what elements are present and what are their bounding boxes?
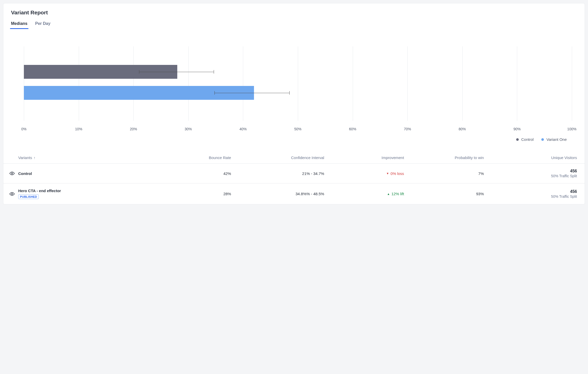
- improvement-text: 0% loss: [390, 171, 404, 176]
- x-tick: 80%: [459, 127, 466, 131]
- x-tick: 60%: [349, 127, 356, 131]
- x-tick: 100%: [567, 127, 576, 131]
- x-axis: 0% 10% 20% 30% 40% 50% 60% 70% 80% 90% 1…: [11, 127, 577, 132]
- gridline: [353, 46, 353, 121]
- triangle-down-icon: ▼: [386, 172, 389, 175]
- errorbar-variant: [214, 93, 290, 93]
- gridline: [572, 46, 572, 121]
- chart-area: 0% 10% 20% 30% 40% 50% 60% 70% 80% 90% 1…: [3, 28, 585, 142]
- legend-control: Control: [516, 137, 534, 142]
- gridline: [188, 46, 189, 121]
- svg-point-1: [12, 193, 13, 194]
- legend-label: Control: [521, 137, 534, 142]
- table-row: Hero CTA - end effector PUBLISHED 28% 34…: [3, 183, 585, 204]
- tabs: Medians Per Day: [11, 21, 577, 28]
- visitors-cell: 456 50% Traffic Split: [484, 169, 577, 178]
- column-improvement[interactable]: Improvement: [324, 155, 404, 160]
- x-tick: 30%: [185, 127, 192, 131]
- variant-report-panel: Variant Report Medians Per Day: [3, 3, 585, 204]
- page-title: Variant Report: [11, 9, 577, 16]
- gridline: [24, 46, 24, 121]
- prob-value: 93%: [404, 192, 484, 196]
- published-badge: PUBLISHED: [18, 194, 39, 199]
- sort-ascending-icon: ↑: [34, 156, 35, 160]
- gridline: [79, 46, 79, 121]
- svg-point-0: [12, 173, 13, 174]
- visitors-count: 456: [484, 169, 577, 173]
- errorbar-control: [139, 72, 214, 72]
- x-tick: 10%: [75, 127, 82, 131]
- gridline: [517, 46, 517, 121]
- improvement-value: ▼ 0% loss: [324, 171, 404, 176]
- tab-medians[interactable]: Medians: [11, 21, 27, 28]
- chart-plot: [24, 46, 572, 121]
- bounce-value: 42%: [164, 171, 231, 176]
- x-tick: 70%: [404, 127, 411, 131]
- x-tick: 40%: [239, 127, 247, 131]
- column-label: Variants: [18, 155, 32, 160]
- gridline: [133, 46, 134, 121]
- legend-variant: Variant One: [541, 137, 567, 142]
- bounce-value: 28%: [164, 192, 231, 196]
- visibility-icon[interactable]: [9, 171, 15, 176]
- gridline: [243, 46, 243, 121]
- visitors-cell: 456 50% Traffic Split: [484, 189, 577, 199]
- table-row: Control 42% 21% - 34.7% ▼ 0% loss 7% 456…: [3, 164, 585, 183]
- panel-header: Variant Report Medians Per Day: [3, 8, 585, 28]
- gridline: [298, 46, 298, 121]
- variant-name: Hero CTA - end effector: [18, 189, 164, 193]
- x-tick: 20%: [130, 127, 137, 131]
- column-visitors[interactable]: Unique Visitors: [484, 155, 577, 160]
- column-variants[interactable]: Variants ↑: [18, 155, 164, 160]
- traffic-split: 50% Traffic Split: [484, 194, 577, 199]
- variant-name: Control: [18, 171, 164, 176]
- triangle-up-icon: ▲: [387, 192, 390, 195]
- x-tick: 90%: [513, 127, 521, 131]
- tab-per-day[interactable]: Per Day: [35, 21, 51, 28]
- gridline: [462, 46, 463, 121]
- column-prob[interactable]: Probability to win: [404, 155, 484, 160]
- visibility-icon[interactable]: [9, 191, 15, 196]
- column-ci[interactable]: Confidence Interval: [231, 155, 324, 160]
- swatch-icon: [516, 138, 519, 141]
- x-tick: 50%: [294, 127, 301, 131]
- gridline: [407, 46, 408, 121]
- ci-value: 34.8%% - 48.5%: [231, 192, 324, 196]
- variant-table: Variants ↑ Bounce Rate Confidence Interv…: [3, 152, 585, 204]
- swatch-icon: [541, 138, 544, 141]
- improvement-value: ▲ 12% lift: [324, 192, 404, 196]
- prob-value: 7%: [404, 171, 484, 176]
- improvement-text: 12% lift: [391, 192, 404, 196]
- visitors-count: 456: [484, 189, 577, 194]
- legend-label: Variant One: [546, 137, 567, 142]
- column-bounce[interactable]: Bounce Rate: [164, 155, 231, 160]
- chart-legend: Control Variant One: [11, 132, 577, 142]
- bar-chart: [11, 46, 577, 121]
- table-header: Variants ↑ Bounce Rate Confidence Interv…: [3, 152, 585, 164]
- x-tick: 0%: [21, 127, 26, 131]
- ci-value: 21% - 34.7%: [231, 171, 324, 176]
- traffic-split: 50% Traffic Split: [484, 174, 577, 178]
